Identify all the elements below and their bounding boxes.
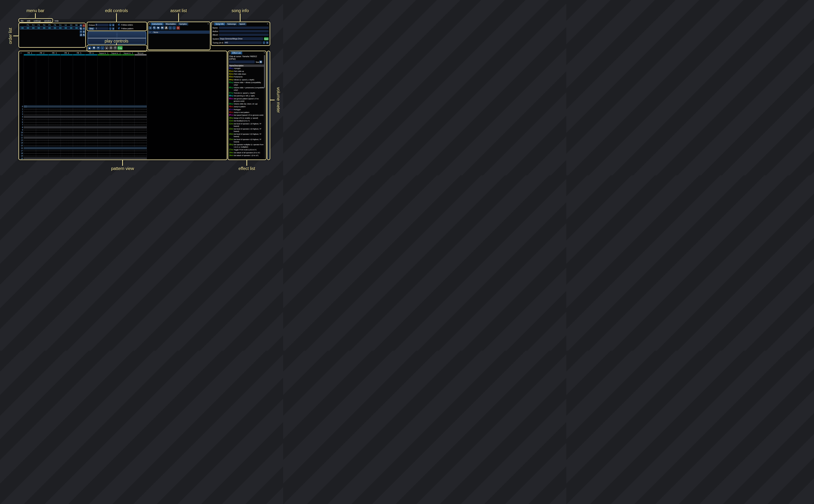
tab-instruments[interactable]: Instruments: [151, 23, 164, 25]
play-pattern-button[interactable]: [92, 46, 96, 50]
pattern-row[interactable]: 6: [19, 121, 147, 123]
pattern-row-cells[interactable]: [24, 157, 147, 160]
tab-wavetables[interactable]: Wavetables: [164, 23, 177, 25]
effect-row[interactable]: 0AxyVolume slide (0y: down; x0: up): [229, 102, 265, 105]
author-input[interactable]: [219, 30, 268, 32]
effect-row[interactable]: 14xxSet level of operator 3 (0 highest, …: [229, 133, 265, 138]
order-cell[interactable]: 00: [52, 27, 57, 29]
pattern-row[interactable]: 7: [19, 123, 147, 126]
poly-button[interactable]: Poly: [117, 46, 123, 50]
move-order-down-button[interactable]: [80, 30, 82, 33]
tuning-decrease-button[interactable]: -: [263, 41, 265, 44]
step-down-button[interactable]: ↓: [100, 46, 104, 50]
effect-row[interactable]: 0FxxSet speed (speed 2 if no grooves exi…: [229, 114, 265, 116]
octave-increase-button[interactable]: +: [112, 24, 114, 26]
pattern-row-cells[interactable]: [24, 134, 147, 136]
pattern-row[interactable]: 18: [19, 152, 147, 155]
pattern-row-cells[interactable]: [24, 129, 147, 131]
pattern-row-cells[interactable]: [24, 113, 147, 116]
pattern-row[interactable]: 5: [19, 118, 147, 121]
channel-color-bar[interactable]: [24, 55, 36, 55]
name-input[interactable]: [219, 27, 268, 29]
pattern-row[interactable]: 0: [19, 105, 147, 108]
pattern-row[interactable]: 11: [19, 134, 147, 136]
pattern-row[interactable]: 20: [19, 157, 147, 160]
pattern-row-cells[interactable]: [24, 121, 147, 123]
metronome-button[interactable]: [109, 46, 113, 50]
close-icon[interactable]: ×: [267, 22, 268, 25]
follow-orders-checkbox[interactable]: ✓ Follow orders: [118, 24, 133, 26]
pattern-row-cells[interactable]: [24, 126, 147, 129]
tuning-increase-button[interactable]: +: [266, 41, 268, 44]
order-cell[interactable]: 00: [31, 27, 36, 29]
pattern-row[interactable]: 12: [19, 136, 147, 139]
pattern-cursor[interactable]: [24, 106, 27, 108]
pattern-row-cells[interactable]: [24, 136, 147, 139]
effect-row[interactable]: 17xxToggle PCM mode (LEGACY): [229, 148, 265, 151]
effect-row[interactable]: 05xyVolume slide + vibrato (compatibilit…: [229, 81, 265, 86]
tab-speed[interactable]: Speed: [238, 23, 246, 25]
effect-row[interactable]: 02xxPitch slide down: [229, 73, 265, 75]
effect-row[interactable]: 19xxSet attack of all operators (0 to 1F…: [229, 151, 265, 154]
album-input[interactable]: [219, 34, 268, 36]
order-cell[interactable]: 00: [63, 27, 68, 29]
duplicate-asset-button[interactable]: [153, 26, 156, 30]
pattern-row-cells[interactable]: [24, 139, 147, 141]
pattern-row-cells[interactable]: [24, 116, 147, 118]
channel-color-bar[interactable]: [85, 55, 97, 55]
channel-color-bar[interactable]: [122, 55, 134, 55]
order-cell[interactable]: 00: [36, 27, 41, 29]
pattern-row[interactable]: 16: [19, 147, 147, 149]
pattern-row-cells[interactable]: [24, 141, 147, 144]
move-asset-up-button[interactable]: ↑: [168, 26, 172, 30]
order-cell[interactable]: 00: [47, 27, 52, 29]
effect-row[interactable]: 08xySet panning (x: left; y: right): [229, 94, 265, 97]
asset-directory-button[interactable]: [164, 26, 168, 30]
pattern-row-cells[interactable]: [24, 149, 147, 152]
channel-color-bar[interactable]: [135, 55, 146, 55]
step-label[interactable]: Step: [88, 27, 95, 30]
play-button[interactable]: ▶: [88, 46, 92, 50]
close-icon[interactable]: ×: [263, 51, 265, 54]
effect-row[interactable]: 07xyTremolo (x: speed; y: depth): [229, 92, 265, 94]
pattern-row[interactable]: 9: [19, 129, 147, 131]
effect-row[interactable]: 15xxSet level of operator 4 (0 highest, …: [229, 138, 265, 143]
duplicate-order-button[interactable]: [80, 27, 82, 30]
channel-color-bar[interactable]: [48, 55, 60, 55]
order-cell[interactable]: 00: [74, 27, 79, 29]
effect-row[interactable]: 10xySetup LFO (x: enable; y: speed): [229, 117, 265, 119]
effect-row[interactable]: 03xxPortamento: [229, 75, 265, 78]
tab-effect-list[interactable]: Effect List: [231, 52, 242, 54]
menu-item-edit[interactable]: edit: [25, 20, 32, 22]
channel-color-bar[interactable]: [110, 55, 122, 55]
pattern-row[interactable]: 15: [19, 144, 147, 147]
follow-pattern-checkbox[interactable]: ✓ Follow pattern: [118, 27, 133, 30]
system-auto-button[interactable]: Auto: [264, 37, 268, 40]
add-asset-button[interactable]: +: [149, 26, 152, 30]
tab-song-info[interactable]: Song Info: [214, 23, 225, 25]
pattern-row[interactable]: 17: [19, 149, 147, 152]
pattern-row-cells[interactable]: [24, 105, 147, 108]
effect-row[interactable]: 12xxSet level of operator 1 (0 highest, …: [229, 122, 265, 127]
effect-row[interactable]: 04xyVibrato (x: speed; y: depth): [229, 78, 265, 81]
effect-row[interactable]: 01xxPitch slide up: [229, 70, 265, 72]
pattern-row-cells[interactable]: [24, 123, 147, 126]
remove-order-button[interactable]: −: [83, 24, 85, 27]
effect-row[interactable]: 06xyVolume slide + portamento (compatibi…: [229, 86, 265, 91]
effect-row[interactable]: 16xySet operator multiplier (x: operator…: [229, 143, 265, 148]
order-change-mode-button[interactable]: [80, 34, 82, 36]
effect-row[interactable]: 0DxxJump to next pattern: [229, 111, 265, 114]
step-input[interactable]: 1: [95, 27, 109, 30]
channel-color-bar[interactable]: [36, 55, 48, 55]
pattern-row[interactable]: 8: [19, 126, 147, 129]
menu-item-window[interactable]: window: [43, 20, 53, 22]
tab-samples[interactable]: Samples: [178, 23, 188, 25]
play-one-row-button[interactable]: [96, 46, 100, 50]
collapse-icon[interactable]: ▼: [212, 23, 214, 25]
octave-input[interactable]: 3: [95, 24, 109, 26]
effect-row[interactable]: 1AxxSet attack of operator 1 (0 to 1F): [229, 154, 265, 157]
pattern-row[interactable]: 4: [19, 116, 147, 118]
effect-search-input[interactable]: [229, 60, 255, 63]
order-cell[interactable]: 00: [69, 27, 74, 29]
order-cell[interactable]: 00: [25, 27, 31, 29]
